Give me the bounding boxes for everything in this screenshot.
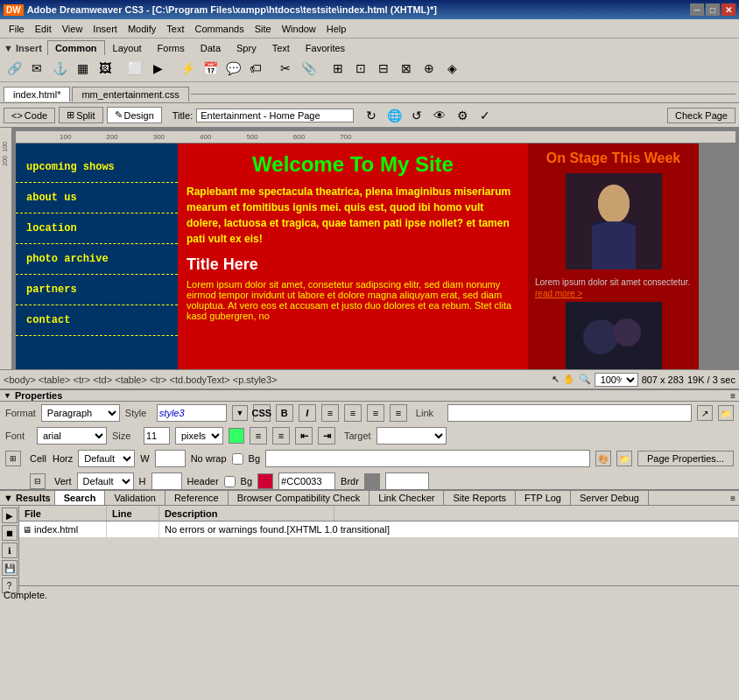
tool-extra2[interactable]: ⊡ [350, 59, 371, 78]
tool-extra6[interactable]: ◈ [441, 59, 462, 78]
align-center[interactable]: ≡ [344, 404, 362, 422]
nav-about-us[interactable]: about us [16, 183, 178, 214]
nav-photo-archive[interactable]: photo archive [16, 244, 178, 275]
read-more-link[interactable]: read more > [535, 289, 692, 298]
align-justify[interactable]: ≡ [390, 404, 407, 422]
menu-file[interactable]: File [4, 22, 30, 36]
tool-flash[interactable]: ⚡ [177, 59, 198, 78]
nav-icon[interactable]: ↺ [406, 106, 427, 125]
tab-favorites[interactable]: Favorites [298, 40, 353, 55]
results-options[interactable]: ≡ [727, 494, 739, 503]
tool-email[interactable]: ✉ [26, 59, 47, 78]
tool-extra1[interactable]: ⊞ [327, 59, 348, 78]
menu-insert[interactable]: Insert [88, 22, 123, 36]
tool-snip2[interactable]: 📎 [298, 59, 319, 78]
bg-color-swatch-2[interactable] [257, 473, 273, 489]
align-left[interactable]: ≡ [321, 404, 339, 422]
tool-extra4[interactable]: ⊠ [396, 59, 417, 78]
size-unit-select[interactable]: pixels pt em [175, 427, 223, 444]
tab-text[interactable]: Text [264, 40, 298, 55]
results-tab-search[interactable]: Search [55, 491, 106, 505]
tool-anchor[interactable]: ⚓ [49, 59, 70, 78]
validate-icon[interactable]: ✓ [475, 106, 496, 125]
bg-browse-1[interactable]: 📁 [616, 451, 632, 466]
results-tab-site-reports[interactable]: Site Reports [444, 491, 516, 505]
menu-commands[interactable]: Commands [189, 22, 249, 36]
play-button[interactable]: ▶ [2, 508, 18, 523]
zoom-select[interactable]: 100% 150% 200% 50% [595, 373, 638, 387]
view-code-btn[interactable]: <> Code [4, 108, 55, 123]
tool-table[interactable]: ▦ [72, 59, 93, 78]
css-button[interactable]: CSS [253, 404, 271, 422]
results-tab-reference[interactable]: Reference [165, 491, 229, 505]
nav-contact[interactable]: contact [16, 305, 178, 336]
save-results-button[interactable]: 💾 [2, 560, 18, 576]
results-tab-validation[interactable]: Validation [105, 491, 165, 505]
horz-select[interactable]: Default Left Center Right [78, 450, 135, 467]
tab-common[interactable]: Common [47, 40, 105, 55]
indent-icon[interactable]: ⇥ [318, 427, 335, 444]
bold-button[interactable]: B [276, 404, 293, 422]
results-tab-links[interactable]: Link Checker [370, 491, 444, 505]
tool-date[interactable]: 📅 [200, 59, 221, 78]
minimize-button[interactable]: ─ [690, 4, 704, 16]
tool-extra5[interactable]: ⊕ [419, 59, 440, 78]
size-input[interactable] [144, 427, 170, 444]
target-select[interactable] [377, 427, 447, 444]
check-page-button[interactable]: Check Page [667, 108, 735, 123]
menu-view[interactable]: View [57, 22, 88, 36]
menu-window[interactable]: Window [277, 22, 321, 36]
tab-spry[interactable]: Spry [229, 40, 264, 55]
link-browse-icon[interactable]: 📁 [718, 405, 734, 421]
maximize-button[interactable]: □ [706, 4, 720, 16]
style-format-arrow[interactable]: ▼ [232, 405, 248, 421]
align-right[interactable]: ≡ [367, 404, 384, 422]
refresh-icon[interactable]: ↻ [361, 106, 382, 125]
tab-index-html[interactable]: index.html* [4, 87, 70, 102]
view-split-btn[interactable]: ⊞ Split [59, 107, 102, 123]
merge-cell-icon[interactable]: ⊟ [30, 473, 46, 489]
w-input[interactable] [155, 450, 186, 467]
tab-data[interactable]: Data [193, 40, 229, 55]
header-checkbox[interactable] [224, 476, 236, 487]
results-tab-server[interactable]: Server Debug [571, 491, 649, 505]
tool-tag[interactable]: 🏷 [245, 59, 266, 78]
link-input[interactable] [447, 404, 692, 422]
info-button[interactable]: ℹ [2, 542, 18, 558]
nav-upcoming-shows[interactable]: upcoming shows [16, 152, 178, 183]
tool-image[interactable]: 🖼 [95, 59, 116, 78]
globe-icon[interactable]: 🌐 [384, 106, 405, 125]
format-select[interactable]: Paragraph Heading 1 Heading 2 [41, 404, 120, 422]
brdr-input[interactable] [385, 472, 429, 490]
properties-options-icon[interactable]: ≡ [730, 391, 735, 401]
menu-edit[interactable]: Edit [30, 22, 57, 36]
nav-partners[interactable]: partners [16, 275, 178, 305]
tool-extra3[interactable]: ⊟ [373, 59, 394, 78]
menu-help[interactable]: Help [321, 22, 352, 36]
debug-icon[interactable]: ⚙ [452, 106, 473, 125]
menu-modify[interactable]: Modify [123, 22, 161, 36]
results-tab-ftp[interactable]: FTP Log [516, 491, 571, 505]
menu-text[interactable]: Text [161, 22, 189, 36]
nowrap-checkbox[interactable] [232, 453, 243, 465]
nav-location[interactable]: location [16, 214, 178, 244]
style-input[interactable] [157, 404, 227, 422]
menu-site[interactable]: Site [250, 22, 277, 36]
close-button[interactable]: ✕ [721, 4, 735, 16]
stop-button[interactable]: ⏹ [2, 525, 18, 541]
vert-select[interactable]: Default Top Middle Bottom [77, 472, 134, 490]
outdent-icon[interactable]: ⇤ [295, 427, 313, 444]
preview-icon[interactable]: 👁 [429, 106, 450, 125]
tab-layout[interactable]: Layout [105, 40, 150, 55]
title-input[interactable] [196, 108, 354, 122]
font-select[interactable]: arial Times New Roman [37, 427, 107, 444]
tab-css[interactable]: mm_entertainment.css [72, 87, 188, 102]
tool-comment[interactable]: 💬 [222, 59, 243, 78]
tool-div[interactable]: ⬜ [124, 59, 145, 78]
tool-media[interactable]: ▶ [147, 59, 168, 78]
results-tab-compat[interactable]: Browser Compatibility Check [229, 491, 370, 505]
canvas-scroll[interactable]: 100 200 300 400 500 600 700 upcoming sho… [12, 128, 739, 369]
list-ordered-icon[interactable]: ≡ [272, 427, 290, 444]
h-input[interactable] [151, 472, 182, 490]
tool-snip[interactable]: ✂ [275, 59, 296, 78]
